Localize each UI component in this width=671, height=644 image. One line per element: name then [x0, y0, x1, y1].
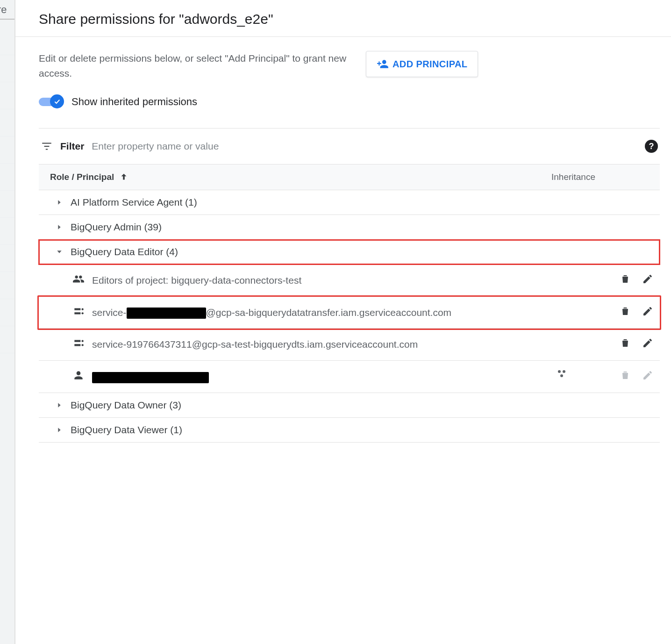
principal-row: service-@gcp-sa-bigquerydatatransfer.iam… [39, 297, 660, 329]
svg-point-4 [558, 370, 561, 373]
inheritance-icon[interactable] [556, 368, 567, 379]
edit-button [642, 369, 654, 381]
help-icon[interactable]: ? [645, 140, 658, 153]
role-name: AI Platform Service Agent (1) [71, 197, 197, 208]
add-principal-label: ADD PRINCIPAL [393, 59, 467, 70]
svg-point-1 [82, 312, 84, 314]
edit-button[interactable] [642, 273, 654, 285]
principal-row [39, 361, 660, 393]
user-icon [72, 368, 85, 381]
toggle-thumb-on [50, 94, 64, 108]
principal-text [92, 368, 549, 385]
column-inheritance[interactable]: Inheritance [551, 172, 654, 182]
edit-button[interactable] [642, 337, 654, 349]
role-row[interactable]: BigQuery Admin (39) [39, 215, 660, 240]
add-person-icon [377, 58, 389, 70]
chevron-right-icon[interactable] [56, 199, 64, 206]
edit-button[interactable] [642, 305, 654, 317]
role-name: BigQuery Data Editor (4) [71, 246, 178, 258]
chevron-down-icon[interactable] [56, 248, 64, 256]
panel-title: Share permissions for "adwords_e2e" [39, 11, 660, 27]
chevron-right-icon[interactable] [56, 426, 64, 434]
service-account-icon [72, 336, 85, 349]
filter-label: Filter [60, 141, 84, 152]
delete-button[interactable] [620, 305, 632, 317]
principal-text: service-@gcp-sa-bigquerydatatransfer.iam… [92, 304, 549, 321]
role-name: BigQuery Admin (39) [71, 222, 162, 233]
service-account-icon [72, 304, 85, 317]
cut-off-text: re [0, 4, 7, 16]
principal-text: service-919766437311@gcp-sa-test-bigquer… [92, 336, 549, 353]
role-row[interactable]: BigQuery Data Owner (3) [39, 393, 660, 418]
redacted-text [127, 308, 206, 319]
add-principal-button[interactable]: ADD PRINCIPAL [366, 51, 478, 77]
role-row[interactable]: BigQuery Data Viewer (1) [39, 418, 660, 443]
group-icon [72, 272, 85, 285]
svg-point-5 [563, 370, 565, 373]
background-sliver: re [0, 0, 15, 644]
delete-button[interactable] [620, 337, 632, 349]
table-header: Role / Principal Inheritance [39, 164, 660, 190]
svg-point-3 [82, 344, 84, 346]
principal-row: service-919766437311@gcp-sa-test-bigquer… [39, 329, 660, 361]
role-name: BigQuery Data Owner (3) [71, 400, 181, 411]
chevron-right-icon[interactable] [56, 401, 64, 409]
role-row[interactable]: AI Platform Service Agent (1) [39, 190, 660, 215]
column-role-principal[interactable]: Role / Principal [50, 172, 114, 182]
role-name: BigQuery Data Viewer (1) [71, 424, 182, 436]
svg-point-2 [82, 340, 84, 342]
filter-bar[interactable]: Filter Enter property name or value ? [39, 129, 660, 164]
sort-ascending-icon[interactable] [119, 172, 129, 182]
role-row[interactable]: BigQuery Data Editor (4) [39, 240, 660, 265]
intro-text: Edit or delete permissions below, or sel… [39, 51, 357, 80]
svg-point-0 [82, 308, 84, 310]
toggle-label: Show inherited permissions [71, 96, 197, 108]
show-inherited-toggle[interactable] [39, 94, 64, 109]
principal-row: Editors of project: bigquery-data-connec… [39, 265, 660, 297]
share-permissions-panel: Share permissions for "adwords_e2e" Edit… [15, 0, 671, 644]
redacted-text [92, 372, 209, 383]
filter-input-placeholder[interactable]: Enter property name or value [92, 141, 637, 152]
filter-icon [41, 140, 53, 152]
delete-button[interactable] [620, 273, 632, 285]
chevron-right-icon[interactable] [56, 223, 64, 231]
delete-button [620, 369, 632, 381]
principal-text: Editors of project: bigquery-data-connec… [92, 272, 549, 289]
svg-point-6 [560, 374, 563, 377]
